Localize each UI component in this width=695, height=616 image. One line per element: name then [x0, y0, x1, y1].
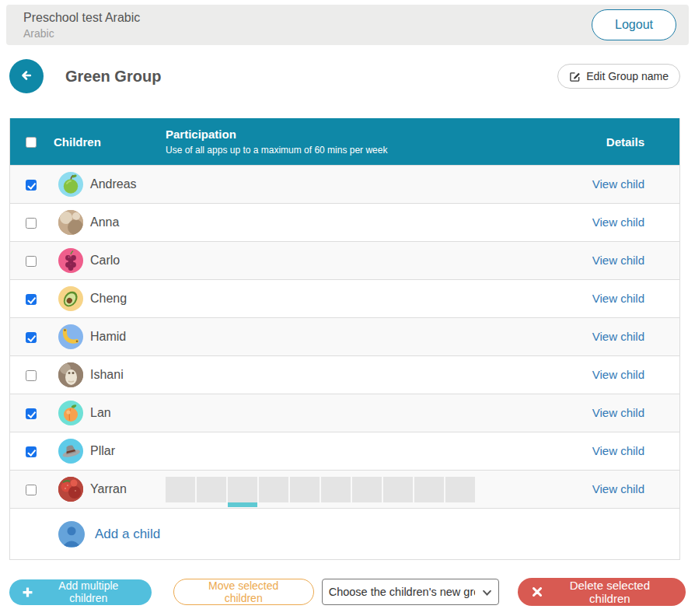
view-child-link[interactable]: View child [592, 444, 644, 457]
table-row: Anna View child [10, 203, 679, 241]
row-checkbox[interactable] [26, 218, 37, 229]
table-body: Andreas View child Anna View child Carlo [10, 165, 679, 508]
view-child-link[interactable]: View child [592, 215, 644, 229]
row-checkbox[interactable] [26, 446, 37, 457]
children-column-header: Children [54, 135, 166, 149]
details-column-header: Details [532, 135, 679, 149]
participation-blocks [166, 248, 532, 274]
row-checkbox[interactable] [26, 332, 37, 343]
table-row: Cheng View child [10, 279, 679, 317]
table-row: Yarran View child [10, 470, 679, 508]
participation-title: Participation [166, 128, 532, 141]
participation-column-header: Participation Use of all apps up to a ma… [166, 128, 532, 156]
child-name: Ishani [90, 368, 124, 382]
add-multiple-children-label: Add multiple children [39, 579, 138, 604]
participation-week-block [166, 477, 195, 502]
account-info: Preschool test Arabic Arabic [23, 10, 140, 39]
add-child-label: Add a child [95, 527, 160, 542]
owl-photo-avatar [58, 362, 83, 387]
grapes-avatar [58, 248, 83, 273]
participation-blocks [166, 172, 532, 198]
view-child-link[interactable]: View child [592, 254, 644, 267]
child-name: Anna [90, 215, 119, 229]
row-checkbox[interactable] [26, 370, 37, 381]
participation-blocks [166, 401, 532, 426]
child-name: Lan [90, 406, 111, 420]
participation-week-block [197, 477, 226, 502]
strawberries-photo-avatar [58, 477, 83, 502]
edit-group-name-label: Edit Group name [586, 70, 669, 82]
participation-week-block [352, 477, 382, 502]
child-name: Carlo [90, 254, 120, 268]
participation-week-block [321, 477, 351, 502]
person-add-icon [58, 521, 85, 548]
participation-week-block [228, 477, 257, 502]
participation-blocks [166, 439, 532, 464]
move-selected-children-button[interactable]: Move selected children [173, 579, 314, 605]
participation-blocks [166, 286, 532, 312]
footer-actions: Add multiple children Move selected chil… [9, 578, 686, 606]
table-row: Lan View child [10, 394, 679, 432]
table-row: Ishani View child [10, 355, 679, 394]
school-name: Preschool test Arabic [23, 10, 140, 25]
back-button[interactable] [9, 59, 44, 93]
row-checkbox[interactable] [26, 256, 37, 267]
view-child-link[interactable]: View child [592, 368, 644, 381]
participation-week-block [259, 477, 288, 502]
delete-selected-children-button[interactable]: Delete selected children [518, 578, 686, 606]
x-icon [533, 587, 542, 597]
child-name: Cheng [90, 292, 127, 306]
table-row: Carlo View child [10, 241, 679, 279]
group-header: Green Group Edit Group name [9, 59, 680, 93]
row-checkbox[interactable] [26, 294, 37, 305]
table-header: Children Participation Use of all apps u… [10, 118, 679, 165]
child-name: Andreas [90, 177, 137, 191]
logout-button[interactable]: Logout [592, 9, 676, 40]
edit-pencil-icon [569, 71, 581, 82]
apricot-avatar [58, 401, 83, 425]
participation-blocks [166, 362, 532, 388]
row-checkbox[interactable] [26, 408, 37, 419]
table-row: Andreas View child [10, 165, 679, 203]
group-select-wrap: Choose the children's new group [322, 579, 499, 605]
school-language: Arabic [23, 27, 140, 40]
edit-group-name-button[interactable]: Edit Group name [557, 64, 680, 89]
new-group-select[interactable]: Choose the children's new group [322, 579, 499, 605]
add-child-row[interactable]: Add a child [10, 508, 679, 559]
delete-selected-children-label: Delete selected children [549, 579, 671, 605]
banana-avatar [58, 324, 83, 349]
add-multiple-children-button[interactable]: Add multiple children [9, 579, 152, 605]
select-all-checkbox[interactable] [26, 137, 37, 148]
participation-blocks [166, 324, 532, 350]
participation-week-block [290, 477, 320, 502]
baby-photo-avatar [58, 210, 83, 235]
view-child-link[interactable]: View child [592, 406, 644, 419]
child-name: Yarran [90, 482, 127, 496]
table-row: Pllar View child [10, 432, 679, 470]
apple-avatar [58, 172, 83, 197]
children-table: Children Participation Use of all apps u… [9, 118, 680, 560]
participation-blocks [166, 210, 532, 236]
participation-week-block [383, 477, 413, 502]
participation-blocks [166, 477, 532, 502]
participation-week-block [414, 477, 444, 502]
plus-icon [23, 587, 33, 597]
participation-note: Use of all apps up to a maximum of 60 mi… [166, 145, 532, 156]
participation-week-block [445, 477, 475, 502]
view-child-link[interactable]: View child [592, 177, 644, 191]
hat-avatar [58, 439, 83, 464]
child-name: Pllar [90, 444, 115, 458]
arrow-left-icon [16, 65, 37, 88]
row-checkbox[interactable] [26, 485, 37, 495]
avocado-avatar [58, 286, 83, 311]
topbar: Preschool test Arabic Arabic Logout [6, 5, 689, 45]
child-name: Hamid [90, 330, 126, 344]
table-row: Hamid View child [10, 317, 679, 355]
view-child-link[interactable]: View child [592, 482, 644, 495]
page-title: Green Group [65, 68, 557, 86]
view-child-link[interactable]: View child [592, 330, 644, 343]
row-checkbox[interactable] [26, 180, 37, 191]
view-child-link[interactable]: View child [592, 292, 644, 305]
